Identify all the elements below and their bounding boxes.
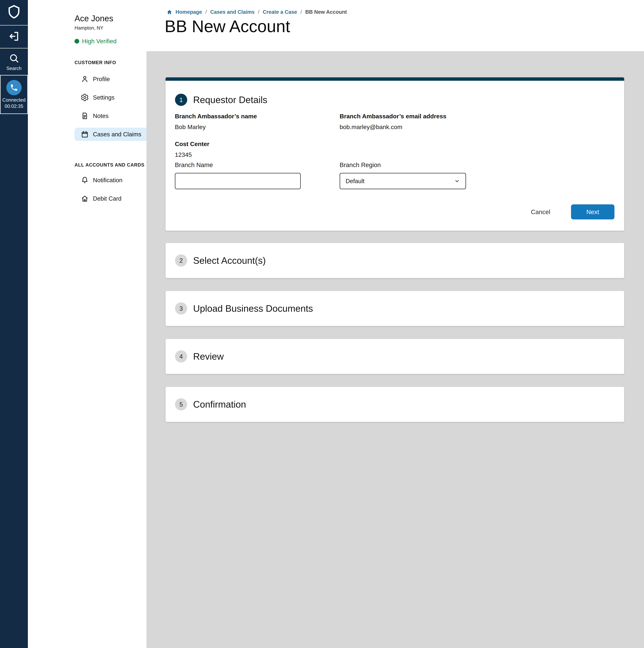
brand-logo[interactable]: [0, 4, 28, 19]
breadcrumb-separator: /: [301, 9, 302, 15]
breadcrumb-link-create-a-case[interactable]: Create a Case: [263, 9, 297, 15]
call-status-label: Connected: [2, 97, 25, 103]
step-card-requestor-details: 1 Requestor Details Branch Ambassador’s …: [166, 77, 624, 231]
step-title: Review: [193, 351, 224, 362]
step-number-badge: 3: [175, 302, 187, 315]
step-actions: Cancel Next: [531, 204, 614, 219]
app-window: Search Connected 00:02:35 Ace Jones Hamp…: [0, 0, 644, 648]
step-header: 5 Confirmation: [166, 387, 624, 422]
step-number-badge: 5: [175, 398, 187, 411]
customer-sidebar: Ace Jones Hampton, NY High Verified CUST…: [28, 0, 147, 648]
active-step-accent-bar: [166, 77, 624, 81]
call-timer: 00:02:35: [5, 104, 23, 109]
sidebar-item-label: Profile: [93, 75, 110, 83]
person-icon: [81, 75, 89, 83]
logout-icon: [8, 30, 20, 43]
verification-label: High Verified: [82, 38, 117, 45]
breadcrumb-separator: /: [206, 9, 207, 15]
cancel-button[interactable]: Cancel: [531, 208, 550, 216]
step-number-badge: 2: [175, 255, 187, 267]
step-header: 4 Review: [166, 339, 624, 374]
calendar-icon: [81, 130, 89, 138]
breadcrumb-link-cases-and-claims[interactable]: Cases and Claims: [210, 9, 255, 15]
call-status-tile[interactable]: Connected 00:02:35: [0, 75, 28, 114]
branch-region-label: Branch Region: [340, 161, 614, 168]
notes-icon: [81, 112, 89, 120]
sidebar-item-label: Notification: [93, 177, 122, 184]
field-label: Branch Ambassador’s email address: [340, 113, 614, 120]
field-value: bob.marley@bank.com: [340, 123, 614, 130]
requestor-fields: Branch Ambassador’s name Bob Marley Bran…: [175, 113, 614, 158]
step-card-review[interactable]: 4 Review: [166, 339, 624, 374]
verification-status: High Verified: [74, 38, 117, 45]
customer-location: Hampton, NY: [74, 25, 103, 31]
sidebar-item-notes[interactable]: Notes: [74, 109, 156, 122]
page-title: BB New Account: [165, 16, 290, 36]
search-icon: [8, 52, 20, 64]
customer-name: Ace Jones: [74, 14, 113, 23]
breadcrumb-current: BB New Account: [305, 9, 347, 15]
sidebar-item-debit-card[interactable]: Debit Card: [74, 192, 156, 205]
step-title: Upload Business Documents: [193, 303, 313, 314]
left-rail: Search Connected 00:02:35: [0, 0, 28, 648]
requestor-inputs: Branch Name Branch Region Default: [175, 161, 614, 189]
section-customer-info: CUSTOMER INFO: [74, 60, 116, 65]
field-cost-center: Cost Center 12345: [175, 140, 340, 158]
rail-divider: [0, 48, 28, 49]
field-value: 12345: [175, 151, 340, 158]
sidebar-item-label: Settings: [93, 94, 114, 101]
field-value: Bob Marley: [175, 123, 340, 130]
shield-icon: [6, 4, 22, 19]
branch-region-value: Default: [345, 177, 365, 184]
breadcrumb-home-icon[interactable]: [167, 9, 172, 15]
search-button[interactable]: Search: [0, 52, 28, 71]
step-number-badge: 4: [175, 350, 187, 363]
field-label: Branch Ambassador’s name: [175, 113, 340, 120]
step-header: 1 Requestor Details: [175, 94, 267, 106]
gear-icon: [81, 94, 89, 102]
breadcrumb-separator: /: [258, 9, 259, 15]
field-ambassador-email: Branch Ambassador’s email address bob.ma…: [340, 113, 614, 130]
step-title: Requestor Details: [193, 95, 267, 105]
breadcrumb-link-homepage[interactable]: Homepage: [175, 9, 202, 15]
sidebar-item-label: Debit Card: [93, 195, 121, 202]
sidebar-item-label: Notes: [93, 112, 108, 119]
chevron-down-icon: [454, 178, 460, 184]
step-title: Select Account(s): [193, 255, 266, 266]
home-icon: [81, 195, 89, 203]
step-header: 2 Select Account(s): [166, 243, 624, 278]
field-label: Cost Center: [175, 140, 340, 148]
sidebar-item-notification[interactable]: Notification: [74, 173, 156, 187]
step-card-confirmation[interactable]: 5 Confirmation: [166, 387, 624, 422]
branch-region-group: Branch Region Default: [340, 161, 614, 189]
section-all-accounts: ALL ACCOUNTS AND CARDS: [74, 162, 145, 168]
sidebar-item-settings[interactable]: Settings: [74, 91, 156, 104]
logout-button[interactable]: [0, 30, 28, 43]
sidebar-item-profile[interactable]: Profile: [74, 72, 156, 86]
branch-name-label: Branch Name: [175, 161, 340, 168]
verified-dot-icon: [74, 39, 79, 44]
branch-name-input[interactable]: [175, 173, 301, 189]
step-number-badge: 1: [175, 94, 187, 106]
step-card-select-accounts[interactable]: 2 Select Account(s): [166, 243, 624, 278]
step-header: 3 Upload Business Documents: [166, 291, 624, 326]
branch-name-group: Branch Name: [175, 161, 340, 189]
phone-icon: [6, 80, 22, 95]
next-button[interactable]: Next: [571, 204, 614, 219]
breadcrumb: Homepage / Cases and Claims / Create a C…: [167, 9, 347, 15]
sidebar-item-cases-and-claims[interactable]: Cases and Claims: [74, 128, 156, 141]
field-ambassador-name: Branch Ambassador’s name Bob Marley: [175, 113, 340, 130]
step-title: Confirmation: [193, 399, 246, 410]
branch-region-select[interactable]: Default: [340, 173, 466, 189]
step-card-upload-business-documents[interactable]: 3 Upload Business Documents: [166, 291, 624, 326]
sidebar-item-label: Cases and Claims: [93, 131, 141, 138]
rail-divider: [0, 25, 28, 25]
search-label: Search: [6, 66, 21, 71]
bell-icon: [81, 176, 89, 184]
